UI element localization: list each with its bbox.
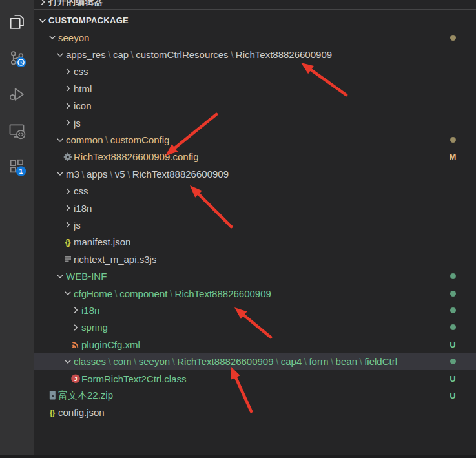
git-status-dot [448, 291, 458, 297]
chevron-down-icon[interactable] [54, 271, 65, 282]
activity-item-explorer[interactable] [1, 8, 32, 36]
tree-row[interactable]: richtext_m_api.s3js [34, 251, 476, 267]
open-editors-label: 打开的编辑器 [48, 0, 103, 8]
tree-row[interactable]: i18n [34, 302, 476, 318]
git-status-dot [448, 35, 458, 41]
chevron-right-icon[interactable] [70, 322, 81, 333]
git-status-dot [448, 324, 458, 330]
chevron-right-icon[interactable] [62, 83, 73, 94]
tree-row[interactable]: spring [34, 319, 476, 336]
tree-item-label: css [74, 66, 88, 77]
tree-row[interactable]: WEB-INF [34, 267, 476, 284]
chevron-right-icon[interactable] [62, 186, 73, 196]
chevron-right-icon[interactable] [62, 67, 73, 77]
git-status-badge: M [448, 152, 458, 161]
tree-item-label: js [74, 220, 81, 231]
tree-item-label: i18n [74, 203, 92, 214]
extensions-icon: 1 [8, 158, 26, 176]
svg-text:1: 1 [19, 167, 23, 175]
chevron-right-icon[interactable] [62, 118, 73, 128]
chevron-down-icon[interactable] [54, 135, 65, 145]
tree-item-label: cfgHome\component\RichText88826600909 [74, 288, 271, 299]
tree-item-label: apps_res\cap\customCtrlResources\RichTex… [66, 49, 332, 60]
tree-item-label: js [74, 118, 81, 129]
tree-row[interactable]: css [34, 63, 476, 80]
files-icon [8, 13, 26, 31]
activity-item-extensions[interactable]: 1 [1, 152, 32, 181]
section-divider [34, 9, 476, 10]
run-debug-icon [8, 85, 26, 103]
tree-row[interactable]: html [34, 80, 476, 97]
tree-row[interactable]: {}config.json [34, 404, 476, 421]
git-status-dot [448, 137, 458, 143]
chevron-right-icon[interactable] [62, 220, 73, 230]
tree-item-label: html [74, 83, 92, 94]
tree-item-label: m3\apps\v5\RichText88826600909 [66, 169, 229, 180]
tree-item-label: manifest.json [74, 236, 130, 247]
tree-item-label: css [74, 185, 88, 196]
tree-row[interactable]: pluginCfg.xmlU [34, 336, 476, 353]
explorer-sidebar: 打开的编辑器 CUSTOMPACKAGE seeyonapps_res\cap\… [34, 0, 476, 455]
chevron-down-icon[interactable] [62, 288, 73, 298]
section-header-custompackage[interactable]: CUSTOMPACKAGE [34, 12, 476, 29]
chevron-right-icon [37, 0, 48, 7]
activity-item-source-control-timeline[interactable] [1, 44, 32, 72]
chevron-down-icon[interactable] [62, 357, 73, 367]
chevron-down-icon [37, 16, 48, 26]
tree-item-label: common\customConfig [66, 134, 169, 145]
tree-item-label: icon [74, 100, 92, 111]
tree-item-label: seeyon [58, 32, 89, 43]
tree-row[interactable]: m3\apps\v5\RichText88826600909 [34, 165, 476, 182]
tree-item-label: pluginCfg.xml [81, 339, 140, 350]
list-lines-icon [62, 254, 73, 264]
git-status-badge: U [448, 374, 458, 384]
git-status-dot [448, 359, 458, 364]
tree-row[interactable]: 富文本22.zipU [34, 387, 476, 404]
tree-row[interactable]: common\customConfig [34, 131, 476, 148]
activity-bar: 1 [0, 0, 34, 455]
tree-row[interactable]: js [34, 114, 476, 131]
tree-row[interactable]: JFormRichText2Ctrl.classU [34, 370, 476, 387]
tree-item-label: FormRichText2Ctrl.class [81, 373, 187, 384]
tree-item-label: i18n [81, 305, 99, 316]
chevron-right-icon[interactable] [62, 203, 73, 213]
git-status-badge: U [448, 391, 458, 401]
json-braces-icon: {} [62, 237, 73, 247]
tree-row[interactable]: classes\com\seeyon\RichText88826600909\c… [34, 353, 476, 370]
tree-item-label: 富文本22.zip [58, 390, 113, 402]
file-tree: seeyonapps_res\cap\customCtrlResources\R… [34, 29, 476, 421]
chevron-down-icon[interactable] [54, 169, 65, 179]
tree-item-label: richtext_m_api.s3js [74, 254, 156, 265]
git-status-dot [448, 307, 458, 313]
tree-row[interactable]: {}manifest.json [34, 234, 476, 251]
chevron-down-icon[interactable] [54, 50, 65, 60]
clock-badge [16, 57, 26, 67]
chevron-right-icon[interactable] [70, 305, 81, 315]
tree-row[interactable]: RichText88826600909.configM [34, 149, 476, 165]
tree-item-label: WEB-INF [66, 271, 107, 282]
tree-item-label: RichText88826600909.config [74, 151, 198, 162]
git-status-badge: U [448, 340, 458, 349]
tree-row[interactable]: js [34, 216, 476, 233]
chevron-down-icon[interactable] [47, 32, 57, 43]
tree-row[interactable]: i18n [34, 200, 476, 216]
activity-item-run-debug[interactable] [1, 80, 32, 109]
xml-rss-icon [70, 339, 81, 349]
chevron-right-icon[interactable] [62, 101, 73, 111]
section-header-label: CUSTOMPACKAGE [48, 16, 129, 25]
window-bottom-edge [0, 455, 476, 458]
remote-explorer-icon [8, 121, 26, 140]
tree-row[interactable]: apps_res\cap\customCtrlResources\RichTex… [34, 46, 476, 63]
zip-archive-icon [47, 390, 57, 401]
tree-item-label: config.json [58, 407, 105, 418]
tree-row[interactable]: seeyon [34, 29, 476, 46]
gear-icon [62, 152, 73, 162]
activity-item-remote-explorer[interactable] [1, 116, 32, 145]
source-control-history-icon [8, 49, 26, 67]
tree-row[interactable]: icon [34, 98, 476, 114]
section-open-editors[interactable]: 打开的编辑器 [34, 0, 476, 10]
git-status-dot [448, 273, 458, 279]
tree-row[interactable]: cfgHome\component\RichText88826600909 [34, 285, 476, 302]
json-braces-icon: {} [47, 408, 57, 418]
tree-row[interactable]: css [34, 183, 476, 200]
